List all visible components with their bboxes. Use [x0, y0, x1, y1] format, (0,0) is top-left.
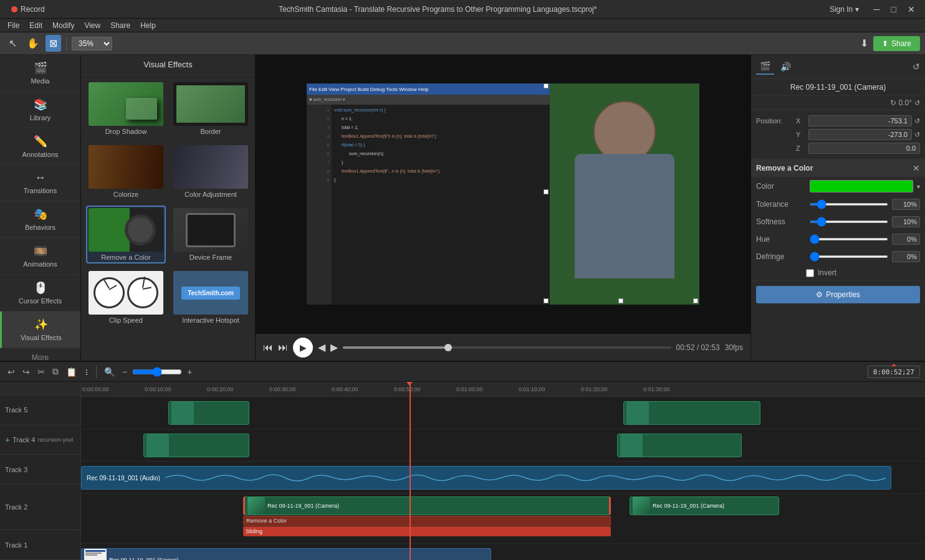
- undo-button[interactable]: ↩: [5, 366, 17, 378]
- position-x-label: X: [796, 117, 806, 125]
- timeline-zoom-slider[interactable]: [132, 367, 182, 377]
- position-y-input[interactable]: [808, 129, 912, 140]
- track4-clip2[interactable]: [617, 434, 742, 457]
- track4-clip1[interactable]: [143, 434, 249, 457]
- hue-value[interactable]: [892, 234, 920, 245]
- effect-label-border: Border: [200, 128, 221, 135]
- menu-share[interactable]: Share: [105, 20, 135, 31]
- zoom-out-timeline[interactable]: −: [120, 366, 130, 378]
- track-3: Rec 09-11-19_001 (Audio): [81, 462, 925, 494]
- color-swatch[interactable]: [810, 180, 913, 192]
- share-button[interactable]: ⬆ Share: [873, 36, 920, 51]
- defringe-value[interactable]: [892, 251, 920, 262]
- menu-view[interactable]: View: [79, 20, 105, 31]
- softness-slider[interactable]: [810, 221, 888, 223]
- effect-clip-speed[interactable]: Clip Speed: [86, 268, 166, 326]
- softness-value[interactable]: [892, 216, 920, 227]
- sidebar-item-cursor[interactable]: 🖱️ Cursor Effects: [0, 275, 80, 311]
- color-dropdown-btn[interactable]: ▾: [917, 183, 920, 190]
- clip-tab-audio[interactable]: 🔊: [777, 59, 795, 75]
- record-button[interactable]: Record: [5, 3, 51, 16]
- track1-screen[interactable]: Rec 09-11-19_001 (Screen): [81, 548, 491, 560]
- split-button[interactable]: ⫶: [82, 366, 91, 378]
- hand-tool[interactable]: ✋: [23, 35, 43, 52]
- zoom-fit-timeline[interactable]: +: [185, 366, 194, 378]
- sidebar-item-visual[interactable]: ✨ Visual Effects: [0, 311, 80, 348]
- zoom-in-timeline[interactable]: 🔍: [102, 366, 117, 378]
- track2-sliding[interactable]: Sliding: [243, 526, 611, 536]
- menu-help[interactable]: Help: [135, 20, 161, 31]
- menu-file[interactable]: File: [2, 20, 24, 31]
- position-x-input[interactable]: [808, 115, 912, 126]
- sidebar-item-transitions[interactable]: ↔️ Transitions: [0, 165, 80, 201]
- sidebar-item-behaviors[interactable]: 🎭 Behaviors: [0, 201, 80, 238]
- add-track-btn[interactable]: +: [5, 435, 10, 445]
- menu-edit[interactable]: Edit: [24, 20, 47, 31]
- track2-remove-color[interactable]: Remove a Color: [243, 516, 611, 526]
- download-button[interactable]: ⬇: [860, 37, 868, 49]
- track3-audio[interactable]: Rec 09-11-19_001 (Audio): [81, 466, 891, 490]
- track5-clip2[interactable]: [623, 401, 760, 425]
- position-y-refresh[interactable]: ↺: [914, 131, 920, 139]
- close-button[interactable]: ✕: [903, 3, 920, 16]
- effect-label-remove-color: Remove a Color: [101, 254, 150, 261]
- next-frame-button[interactable]: ▶: [330, 341, 338, 353]
- crop-tool[interactable]: ⊠: [46, 35, 61, 52]
- menu-modify[interactable]: Modify: [47, 20, 79, 31]
- prev-frame-button[interactable]: ◀: [318, 341, 325, 353]
- effects-panel: Visual Effects Drop Shadow Border Co: [81, 55, 256, 361]
- redo-button[interactable]: ↪: [20, 366, 32, 378]
- more-button[interactable]: More: [0, 348, 80, 361]
- clip-tab-video[interactable]: 🎬: [756, 59, 774, 75]
- sidebar-item-animations[interactable]: 🎞️ Animations: [0, 238, 80, 275]
- track2-camera1[interactable]: Rec 09-11-19_001 (Camera): [243, 496, 611, 515]
- effect-colorize[interactable]: Colorize: [86, 143, 166, 201]
- effect-border[interactable]: Border: [171, 80, 251, 138]
- sidebar-item-annotations[interactable]: ✏️ Annotations: [0, 128, 80, 165]
- invert-checkbox[interactable]: [806, 269, 814, 277]
- effect-device-frame[interactable]: Device Frame: [171, 206, 251, 263]
- effect-thumb-colorize: [89, 145, 163, 189]
- effect-interactive-hotspot[interactable]: TechSmith.com Interactive Hotspot: [171, 268, 251, 326]
- zoom-select[interactable]: 35% 50% 100%: [72, 37, 112, 50]
- sidebar-item-media[interactable]: 🎬 Media: [0, 55, 80, 92]
- rewind-button[interactable]: ⏮: [263, 342, 273, 353]
- annotations-icon: ✏️: [34, 135, 47, 148]
- track5-clip1[interactable]: [168, 401, 249, 425]
- position-x-refresh[interactable]: ↺: [914, 117, 920, 125]
- transitions-label: Transitions: [24, 187, 57, 194]
- cut-button[interactable]: ✂: [35, 366, 47, 378]
- effect-thumb-color-adjustment: [173, 145, 248, 189]
- effect-remove-color[interactable]: Remove a Color: [86, 206, 166, 263]
- properties-button[interactable]: ⚙ Properties: [756, 286, 920, 303]
- share-label: Share: [891, 39, 911, 48]
- effects-grid: Drop Shadow Border Colorize Color: [81, 75, 255, 331]
- record-dot: [11, 6, 17, 12]
- sidebar-item-library[interactable]: 📚 Library: [0, 92, 80, 128]
- rotate-icon: ↻: [890, 98, 896, 107]
- tolerance-value[interactable]: [892, 199, 920, 210]
- transitions-icon: ↔️: [35, 171, 46, 184]
- sign-in-button[interactable]: Sign In ▾: [825, 4, 864, 15]
- cursor-tool[interactable]: ↖: [5, 35, 21, 52]
- maximize-button[interactable]: □: [886, 3, 901, 16]
- preview-controls: ⏮ ⏭ ▶ ◀ ▶ 00:52 / 02:53 30fps: [256, 333, 750, 361]
- step-back-button[interactable]: ⏭: [278, 342, 288, 353]
- paste-button[interactable]: 📋: [64, 366, 79, 378]
- effect-thumb-clip-speed: [89, 271, 163, 315]
- play-button[interactable]: ▶: [293, 338, 313, 358]
- main-toolbar: ↖ ✋ ⊠ 35% 50% 100% ⬇ ⬆ Share: [0, 32, 925, 55]
- minimize-button[interactable]: ─: [869, 3, 885, 16]
- copy-button[interactable]: ⧉: [50, 365, 61, 378]
- tolerance-slider[interactable]: [810, 203, 888, 206]
- effect-color-adjustment[interactable]: Color Adjustment: [171, 143, 251, 201]
- remove-color-close[interactable]: ✕: [913, 163, 920, 173]
- clip-reset-button[interactable]: ↺: [913, 62, 920, 72]
- track2-camera2[interactable]: Rec 09-11-19_001 (Camera): [630, 496, 779, 515]
- progress-bar[interactable]: [343, 346, 671, 349]
- angle-refresh[interactable]: ↺: [914, 99, 920, 107]
- defringe-slider[interactable]: [810, 255, 888, 258]
- effect-drop-shadow[interactable]: Drop Shadow: [86, 80, 166, 138]
- hue-slider[interactable]: [810, 238, 888, 240]
- position-z-input[interactable]: [808, 143, 920, 154]
